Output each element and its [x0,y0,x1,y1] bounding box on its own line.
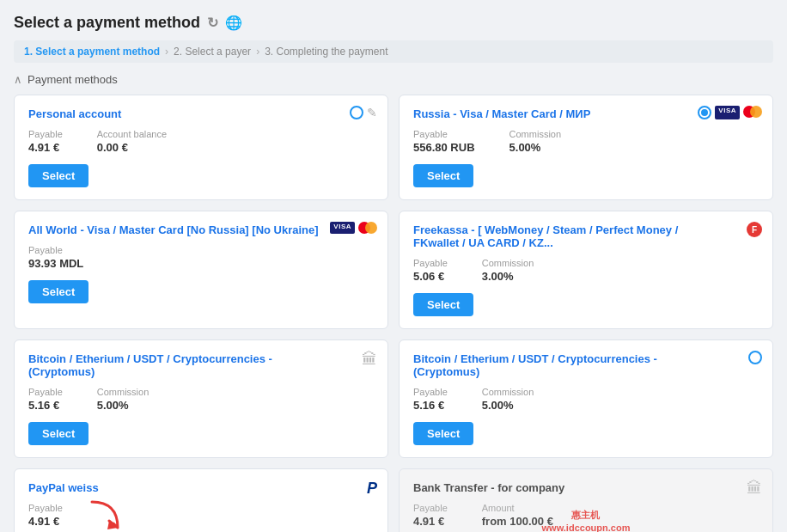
field-value: 5.00% [509,141,541,154]
card-field: Commission 5.00% [509,129,562,154]
page-wrapper: Select a payment method ↻ 🌐 1. Select a … [0,0,787,532]
card-field: Payable 5.06 € [413,258,448,283]
breadcrumb-step1: 1. Select a payment method [24,46,160,58]
payment-card-personal-account: ✎ Personal account Payable 4.91 € Accoun… [14,95,388,200]
refresh-icon[interactable]: ↻ [207,15,218,31]
field-value: 5.00% [97,399,129,412]
field-label: Payable [413,503,448,513]
page-title-text: Select a payment method [14,14,200,32]
section-label: ∧ Payment methods [14,73,773,86]
field-label: Payable [28,387,63,397]
payment-card-bank-transfer: 🏛 Bank Transfer - for company Payable 4.… [399,468,773,532]
payment-card-freekassa: F Freekassa - [ WebMoney / Steam / Perfe… [399,211,773,329]
payment-card-russia-visa: VISA Russia - Visa / Master Card / МИР P… [399,95,773,200]
radio-icon [748,351,762,364]
select-button-russia-visa[interactable]: Select [413,164,473,187]
card-fields: Payable 5.16 € Commission 5.00% [28,387,374,412]
field-value: 4.91 € [28,515,59,528]
select-button-crypto-right[interactable]: Select [413,422,473,445]
page-title: Select a payment method ↻ 🌐 [14,14,773,32]
card-icon-paypal: P [367,480,377,498]
field-label: Commission [509,129,562,139]
card-icon-visa-mc: VISA [330,222,377,234]
field-label: Payable [28,129,63,139]
mastercard-icon [358,222,377,234]
section-arrow-icon: ∧ [14,73,22,86]
globe-icon[interactable]: 🌐 [225,15,242,31]
card-icon-bank: 🏛 [362,351,377,369]
card-title: Bitcoin / Etherium / USDT / Cryptocurren… [28,352,374,378]
field-label: Commission [482,258,534,268]
card-icon-crypto [748,351,762,364]
field-value: 556.80 RUB [413,141,475,154]
payment-methods-grid: ✎ Personal account Payable 4.91 € Accoun… [14,95,773,532]
card-field: Payable 5.16 € [413,387,448,412]
section-label-text: Payment methods [27,73,118,86]
field-label: Payable [28,245,83,255]
card-field: Payable 4.91 € [28,503,63,528]
card-field: Payable 4.91 € [413,503,448,528]
card-title: PayPal weiss [28,481,374,494]
breadcrumb-step2: 2. Select a payer [174,46,251,58]
payment-card-crypto-right: Bitcoin / Etherium / USDT / Cryptocurren… [399,339,773,458]
card-icon-freekassa: F [747,222,762,237]
card-field: Account balance 0.00 € [97,129,167,154]
bank-icon: 🏛 [362,351,377,369]
field-label: Commission [482,387,534,397]
card-field: Payable 4.91 € [28,129,63,154]
field-label: Account balance [97,129,167,139]
card-title: All World - Visa / Master Card [No Russi… [28,223,374,236]
field-label: Payable [413,258,448,268]
card-fields: Payable 556.80 RUB Commission 5.00% [413,129,759,154]
card-icon-personal: ✎ [350,106,377,119]
edit-icon: ✎ [367,106,377,119]
card-title: Freekassa - [ WebMoney / Steam / Perfect… [413,223,759,249]
card-fields: Payable 5.06 € Commission 3.00% [413,258,759,283]
breadcrumb-step3: 3. Completing the payment [265,46,387,58]
field-label: Payable [413,129,475,139]
visa-icon: VISA [330,222,355,234]
payment-card-allworld-visa: VISA All World - Visa / Master Card [No … [14,211,388,329]
field-value: 93.93 MDL [28,257,83,270]
field-value: 4.91 € [413,515,444,528]
card-field: Payable 556.80 RUB [413,129,475,154]
paypal-icon: P [367,480,377,498]
select-button-allworld-visa[interactable]: Select [28,280,88,303]
card-field: Commission 3.00% [482,258,534,283]
field-label: Payable [28,503,63,513]
field-value: 5.16 € [28,399,59,412]
field-value: 4.91 € [28,141,59,154]
card-title: Personal account [28,107,374,120]
card-fields: Payable 4.91 € [28,503,374,528]
field-label: Payable [413,387,448,397]
card-fields: Payable 93.93 MDL [28,245,374,270]
payment-card-crypto-left: 🏛 Bitcoin / Etherium / USDT / Cryptocurr… [14,339,388,458]
card-field: Payable 5.16 € [28,387,63,412]
field-value: 5.06 € [413,270,444,283]
bank-icon: 🏛 [747,480,762,498]
card-title: Bitcoin / Etherium / USDT / Cryptocurren… [413,352,759,378]
mastercard-icon [743,106,762,118]
breadcrumb-sep2: › [256,46,259,58]
card-fields: Payable 4.91 € Amount from 100.00 € [413,503,759,528]
freekassa-icon: F [747,222,762,237]
select-button-freekassa[interactable]: Select [413,293,473,316]
card-field: Payable 93.93 MDL [28,245,83,270]
select-button-personal-account[interactable]: Select [28,164,88,187]
field-value: 0.00 € [97,141,128,154]
radio-icon [350,106,363,119]
card-icon-bank: 🏛 [747,480,762,498]
field-value: from 100.00 € [482,515,553,528]
visa-icon: VISA [715,106,740,119]
field-value: 3.00% [482,270,514,283]
card-title: Bank Transfer - for company [413,481,759,494]
breadcrumb-sep1: › [165,46,168,58]
select-button-crypto-left[interactable]: Select [28,422,88,445]
card-field: Commission 5.00% [482,387,534,412]
field-label: Commission [97,387,149,397]
field-value: 5.16 € [413,399,444,412]
card-field: Commission 5.00% [97,387,149,412]
card-fields: Payable 4.91 € Account balance 0.00 € [28,129,374,154]
field-label: Amount [482,503,553,513]
field-value: 5.00% [482,399,514,412]
